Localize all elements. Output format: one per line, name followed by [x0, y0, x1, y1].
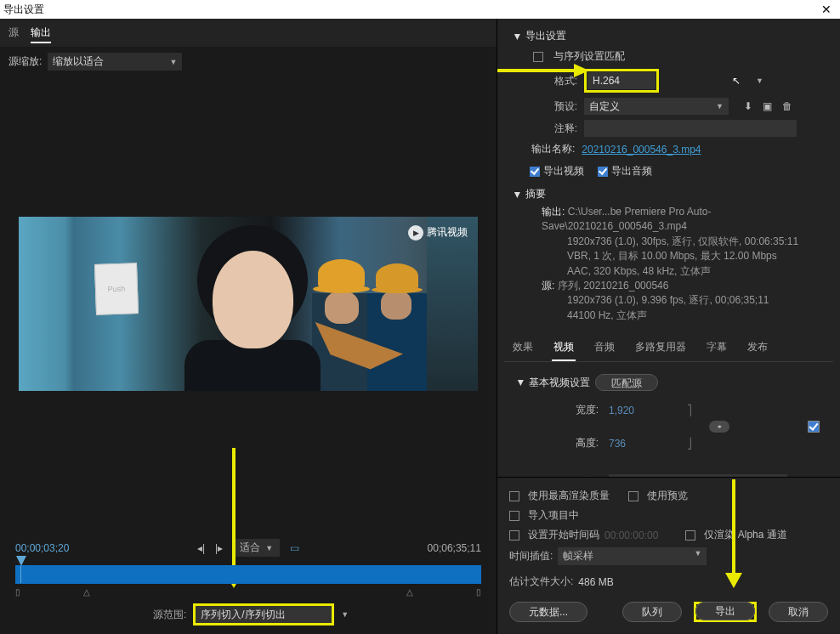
chevron-down-icon[interactable]: ▶: [514, 33, 522, 39]
tab-effects[interactable]: 效果: [511, 335, 535, 361]
fps-label: 帧速率:: [518, 475, 599, 477]
format-value: H.264: [593, 75, 620, 87]
delete-preset-icon[interactable]: 🗑: [780, 100, 794, 112]
watermark-logo-icon: ▶: [408, 225, 423, 241]
metadata-button[interactable]: 元数据...: [509, 602, 587, 622]
save-preset-icon[interactable]: ⬇: [742, 100, 754, 112]
est-file-value: 486 MB: [578, 576, 613, 588]
preset-label: 预设:: [542, 99, 577, 114]
aspect-icon[interactable]: ▭: [290, 542, 299, 554]
width-label: 宽度:: [518, 403, 599, 417]
chevron-down-icon[interactable]: ▶: [517, 380, 525, 386]
tab-mux[interactable]: 多路复用器: [633, 335, 688, 361]
time-interp-select[interactable]: 帧采样 ▼: [558, 547, 707, 565]
import-project-label: 导入项目中: [528, 508, 579, 523]
watermark-text: 腾讯视频: [427, 225, 468, 240]
tab-video[interactable]: 视频: [552, 335, 576, 361]
comment-input[interactable]: [584, 120, 797, 137]
cancel-button[interactable]: 取消: [769, 602, 828, 622]
max-render-label: 使用最高渲染质量: [528, 489, 610, 503]
set-start-tc-label: 设置开始时间码: [528, 528, 599, 542]
chevron-down-icon: ▼: [169, 58, 177, 66]
fit-label: 适合: [240, 541, 260, 555]
source-scale-value: 缩放以适合: [53, 54, 104, 69]
export-settings-header: 导出设置: [525, 29, 566, 43]
fit-select[interactable]: 适合 ▼: [233, 539, 280, 557]
next-frame-icon[interactable]: |▸: [215, 542, 223, 554]
est-file-label: 估计文件大小:: [509, 575, 573, 589]
start-tc-value: 00:00:00:00: [604, 529, 658, 541]
preset-value: 自定义: [589, 99, 620, 114]
tab-source[interactable]: 源: [9, 25, 19, 43]
cursor-pointer-icon: ↖: [732, 75, 741, 87]
output-name-label: 输出名称:: [531, 142, 575, 156]
watermark: ▶ 腾讯视频: [408, 225, 468, 241]
height-value[interactable]: 736: [609, 438, 677, 450]
summary-header: 摘要: [525, 187, 546, 201]
export-audio-label: 导出音频: [611, 165, 652, 177]
preset-select[interactable]: 自定义 ▼: [584, 98, 729, 115]
link-dimensions-icon[interactable]: ⚭: [709, 421, 729, 433]
prev-frame-icon[interactable]: ◂|: [197, 542, 205, 554]
summary-output-label: 输出:: [542, 206, 565, 218]
summary-out-line1: C:\User...be Premiere Pro Auto-Save\2021…: [542, 206, 711, 232]
format-select[interactable]: H.264: [587, 72, 656, 89]
alpha-only-checkbox[interactable]: [685, 530, 695, 541]
export-video-label: 导出视频: [543, 165, 584, 177]
height-label: 高度:: [518, 436, 599, 450]
export-button[interactable]: 导出: [695, 602, 755, 620]
chevron-down-icon[interactable]: ▼: [341, 610, 349, 619]
summary-out-line3: VBR, 1 次, 目标 10.00 Mbps, 最大 12.00 Mbps: [567, 250, 777, 262]
summary-src-line2: 1920x736 (1.0), 9.396 fps, 逐行, 00;06;35;…: [567, 294, 769, 306]
match-sequence-checkbox[interactable]: [533, 52, 543, 62]
comment-label: 注释:: [542, 122, 577, 136]
chevron-down-icon: ▼: [775, 476, 782, 477]
export-video-checkbox[interactable]: [530, 167, 540, 177]
alpha-only-label: 仅渲染 Alpha 通道: [704, 528, 786, 542]
match-source-button[interactable]: 匹配源: [595, 374, 658, 391]
video-preview: Push ▶ 腾讯视频: [19, 217, 478, 391]
summary-src-line3: 44100 Hz, 立体声: [567, 309, 647, 321]
tab-output[interactable]: 输出: [31, 25, 51, 43]
summary-source-label: 源:: [542, 280, 554, 292]
tab-publish[interactable]: 发布: [746, 335, 769, 361]
width-value[interactable]: 1,920: [609, 405, 677, 416]
max-render-checkbox[interactable]: [509, 491, 519, 501]
use-preview-label: 使用预览: [647, 489, 688, 503]
fps-value: 30: [614, 476, 625, 477]
tab-audio[interactable]: 音频: [593, 335, 616, 361]
set-start-tc-checkbox[interactable]: [509, 530, 519, 541]
source-scale-label: 源缩放:: [9, 54, 42, 69]
summary-out-line4: AAC, 320 Kbps, 48 kHz, 立体声: [567, 265, 711, 277]
output-name-link[interactable]: 20210216_000546_3.mp4: [582, 144, 701, 156]
timeline-track[interactable]: [15, 565, 481, 584]
source-scale-select[interactable]: 缩放以适合 ▼: [47, 52, 183, 71]
tab-caption[interactable]: 字幕: [705, 335, 729, 361]
chevron-down-icon: ▼: [694, 549, 701, 563]
basic-video-header: 基本视频设置: [529, 376, 590, 390]
match-sequence-label: 与序列设置匹配: [553, 49, 625, 64]
summary-src-line1: 序列, 20210216_000546: [558, 280, 669, 292]
window-title: 导出设置: [3, 3, 44, 17]
chevron-down-icon: ▼: [716, 102, 724, 110]
fps-select[interactable]: 30 ▼: [609, 474, 787, 477]
queue-button[interactable]: 队列: [622, 602, 682, 622]
source-range-select[interactable]: 序列切入/序列切出: [196, 606, 332, 623]
import-preset-icon[interactable]: ▣: [761, 100, 774, 112]
current-timecode[interactable]: 00;00;03;20: [15, 542, 69, 554]
close-icon[interactable]: ✕: [816, 3, 837, 16]
source-range-label: 源范围:: [153, 608, 186, 622]
time-interp-value: 帧采样: [563, 549, 593, 563]
export-audio-checkbox[interactable]: [598, 167, 608, 177]
width-height-lock-checkbox[interactable]: [808, 421, 820, 433]
chevron-down-icon[interactable]: ▶: [514, 191, 522, 197]
summary-out-line2: 1920x736 (1.0), 30fps, 逐行, 仅限软件, 00:06:3…: [567, 235, 798, 247]
chevron-down-icon: ▼: [265, 544, 273, 552]
format-label: 格式:: [542, 74, 577, 88]
use-preview-checkbox[interactable]: [628, 491, 639, 501]
end-timecode: 00;06;35;11: [428, 542, 481, 554]
source-range-value: 序列切入/序列切出: [201, 608, 285, 622]
import-project-checkbox[interactable]: [509, 511, 519, 521]
chevron-down-icon[interactable]: ▼: [756, 76, 763, 85]
time-interp-label: 时间插值:: [509, 549, 553, 563]
